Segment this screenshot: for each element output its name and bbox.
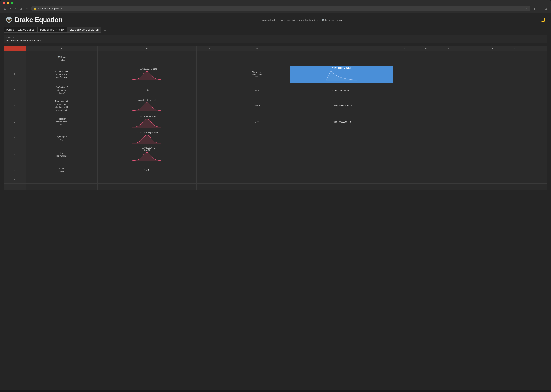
- cell-f4[interactable]: [393, 98, 415, 114]
- empty-cell[interactable]: [503, 183, 525, 190]
- cell-g7[interactable]: [415, 146, 437, 163]
- cell-e5[interactable]: 723.3599037206463: [290, 114, 393, 130]
- cell-k4[interactable]: [503, 98, 525, 114]
- cell-i3[interactable]: [459, 83, 481, 98]
- col-header-b[interactable]: B: [97, 46, 197, 51]
- cell-i5[interactable]: [459, 114, 481, 130]
- empty-cell[interactable]: [197, 177, 224, 183]
- cell-j3[interactable]: [481, 83, 503, 98]
- cell-j6[interactable]: [481, 130, 503, 146]
- cell-d2[interactable]: Civilizationsin the milkyway.: [224, 66, 290, 83]
- cell-e1[interactable]: [290, 51, 393, 66]
- cell-i7[interactable]: [459, 146, 481, 163]
- empty-cell[interactable]: [224, 183, 290, 190]
- cell-k2[interactable]: [503, 66, 525, 83]
- cell-c4[interactable]: [197, 98, 224, 114]
- cell-h1[interactable]: [437, 51, 459, 66]
- cell-g5[interactable]: [415, 114, 437, 130]
- cell-l4[interactable]: [525, 98, 547, 114]
- cell-f3[interactable]: [393, 83, 415, 98]
- cell-f8[interactable]: [393, 163, 415, 177]
- close-button[interactable]: [3, 2, 5, 4]
- cell-f2[interactable]: [393, 66, 415, 83]
- empty-cell[interactable]: [415, 183, 437, 190]
- cell-a7[interactable]: Fc(communicate): [26, 146, 97, 163]
- col-header-g[interactable]: G: [415, 46, 437, 51]
- col-header-l[interactable]: L: [525, 46, 547, 51]
- cell-b8[interactable]: 1000: [97, 163, 197, 177]
- cell-h5[interactable]: [437, 114, 459, 130]
- bookmark-icon[interactable]: ☆: [25, 7, 30, 11]
- cell-k6[interactable]: [503, 130, 525, 146]
- cell-d7[interactable]: [224, 146, 290, 163]
- cell-l6[interactable]: [525, 130, 547, 146]
- empty-cell[interactable]: [26, 177, 97, 183]
- empty-cell[interactable]: [290, 183, 393, 190]
- cell-j2[interactable]: [481, 66, 503, 83]
- cell-b1[interactable]: [97, 51, 197, 66]
- reload-icon[interactable]: ↻: [526, 7, 528, 10]
- col-header-k[interactable]: K: [503, 46, 525, 51]
- cell-c7[interactable]: [197, 146, 224, 163]
- new-tab-icon[interactable]: +: [538, 7, 542, 11]
- cell-c2[interactable]: [197, 66, 224, 83]
- cell-e4[interactable]: 130.866433310810814: [290, 98, 393, 114]
- empty-cell[interactable]: [393, 183, 415, 190]
- col-header-c[interactable]: C: [197, 46, 224, 51]
- cell-i1[interactable]: [459, 51, 481, 66]
- col-header-d[interactable]: D: [224, 46, 290, 51]
- cell-c5[interactable]: [197, 114, 224, 130]
- sidebar-toggle-button[interactable]: ⊞: [3, 7, 7, 11]
- back-button[interactable]: ‹: [9, 6, 12, 11]
- cell-j1[interactable]: [481, 51, 503, 66]
- cell-k7[interactable]: [503, 146, 525, 163]
- cell-h4[interactable]: [437, 98, 459, 114]
- empty-cell[interactable]: [224, 177, 290, 183]
- cell-b6[interactable]: normal(0.5, 0.25) μ: 0.5133: [97, 130, 197, 146]
- cell-e8[interactable]: [290, 163, 393, 177]
- cell-b2[interactable]: normal(2.25, 0.5) μ: 2.251: [97, 66, 197, 83]
- cell-c3[interactable]: [197, 83, 224, 98]
- cell-i4[interactable]: [459, 98, 481, 114]
- cell-i8[interactable]: [459, 163, 481, 177]
- cell-f5[interactable]: [393, 114, 415, 130]
- cell-k5[interactable]: [503, 114, 525, 130]
- cell-g2[interactable]: [415, 66, 437, 83]
- cell-f6[interactable]: [393, 130, 415, 146]
- col-header-j[interactable]: J: [481, 46, 503, 51]
- tab-tooth-fairy[interactable]: DEMO 2: TOOTH FAIRY: [37, 27, 67, 33]
- tab-drake-equation[interactable]: DEMO 3: DRAKE EQUATION: [67, 27, 101, 33]
- empty-cell[interactable]: [481, 177, 503, 183]
- empty-cell[interactable]: [415, 177, 437, 183]
- empty-cell[interactable]: [290, 177, 393, 183]
- cell-a8[interactable]: L (civilizationlifetime): [26, 163, 97, 177]
- share-icon[interactable]: ⬆: [532, 7, 537, 11]
- empty-cell[interactable]: [97, 177, 197, 183]
- empty-cell[interactable]: [503, 177, 525, 183]
- cell-h3[interactable]: [437, 83, 459, 98]
- empty-cell[interactable]: [26, 183, 97, 190]
- cell-d8[interactable]: [224, 163, 290, 177]
- cell-d4[interactable]: median: [224, 98, 290, 114]
- cell-g1[interactable]: [415, 51, 437, 66]
- cell-k8[interactable]: [503, 163, 525, 177]
- address-bar[interactable]: 🔒 montesheet.singleton.io ↻: [31, 6, 530, 11]
- col-header-e[interactable]: E: [290, 46, 393, 51]
- empty-cell[interactable]: [525, 177, 547, 183]
- empty-cell[interactable]: [97, 183, 197, 190]
- col-header-h[interactable]: H: [437, 46, 459, 51]
- cell-g6[interactable]: [415, 130, 437, 146]
- theme-toggle-icon[interactable]: 🌙: [541, 18, 546, 22]
- cell-l2[interactable]: [525, 66, 547, 83]
- cell-d6[interactable]: [224, 130, 290, 146]
- cell-b4[interactable]: normal(2, 0.5) μ: 1.999: [97, 98, 197, 114]
- cell-d3[interactable]: p10: [224, 83, 290, 98]
- cell-a3[interactable]: Fp (fraction ofstars withplanets): [26, 83, 97, 98]
- cell-c8[interactable]: [197, 163, 224, 177]
- cell-j4[interactable]: [481, 98, 503, 114]
- cell-c1[interactable]: [197, 51, 224, 66]
- cell-e7[interactable]: [290, 146, 393, 163]
- cell-a5[interactable]: Fl (fractionthat developlife): [26, 114, 97, 130]
- cell-a1[interactable]: 👽 DrakeEquation: [26, 51, 97, 66]
- tab-menu-button[interactable]: ☰: [102, 27, 108, 33]
